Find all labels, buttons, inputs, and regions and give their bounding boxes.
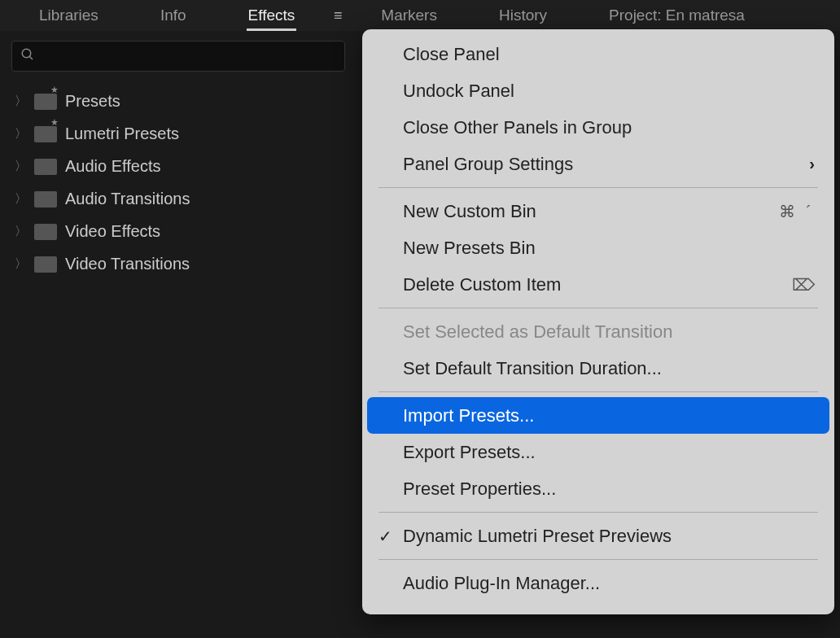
menu-item-label: Dynamic Lumetri Preset Previews (403, 526, 672, 547)
tree-item-label: Audio Effects (65, 157, 160, 176)
menu-item-label: Delete Custom Item (403, 274, 561, 295)
check-icon: ✓ (378, 527, 392, 546)
tree-item-label: Video Transitions (65, 255, 190, 273)
menu-set-default-duration[interactable]: Set Default Transition Duration... (367, 350, 829, 387)
menu-audio-plugin-manager[interactable]: Audio Plug-In Manager... (367, 565, 829, 601)
menu-separator (378, 187, 818, 188)
chevron-right-icon: › (809, 155, 815, 173)
menu-delete-custom-item[interactable]: Delete Custom Item ⌦ (367, 266, 829, 303)
menu-dynamic-lumetri-previews[interactable]: ✓ Dynamic Lumetri Preset Previews (367, 518, 829, 554)
shortcut-label: ⌘ ´ (779, 202, 815, 221)
chevron-right-icon: 〉 (15, 256, 26, 272)
hamburger-icon: ≡ (334, 7, 343, 24)
chevron-right-icon: 〉 (15, 94, 26, 109)
search-field[interactable] (11, 41, 345, 72)
menu-item-label: New Custom Bin (403, 201, 536, 222)
menu-item-label: Panel Group Settings (403, 154, 573, 175)
delete-icon: ⌦ (792, 275, 815, 295)
tab-project[interactable]: Project: En matresa (578, 0, 776, 31)
menu-separator (378, 308, 818, 308)
tab-info[interactable]: Info (129, 0, 217, 31)
menu-undock-panel[interactable]: Undock Panel (367, 72, 829, 109)
menu-separator (378, 559, 818, 560)
menu-panel-group-settings[interactable]: Panel Group Settings › (367, 146, 829, 182)
menu-close-panel[interactable]: Close Panel (367, 36, 829, 72)
panel-context-menu: Close Panel Undock Panel Close Other Pan… (362, 29, 834, 614)
menu-preset-properties[interactable]: Preset Properties... (367, 470, 829, 507)
svg-line-1 (29, 56, 33, 59)
menu-export-presets[interactable]: Export Presets... (367, 434, 829, 470)
folder-icon (34, 94, 57, 110)
folder-icon (34, 191, 57, 208)
chevron-right-icon: 〉 (15, 191, 26, 207)
menu-import-presets[interactable]: Import Presets... (367, 397, 829, 434)
menu-new-custom-bin[interactable]: New Custom Bin ⌘ ´ (367, 193, 829, 229)
panel-menu-button[interactable]: ≡ (326, 0, 350, 31)
tree-item-label: Audio Transitions (65, 190, 190, 208)
menu-new-presets-bin[interactable]: New Presets Bin (367, 229, 829, 266)
menu-close-others[interactable]: Close Other Panels in Group (367, 109, 829, 146)
svg-point-0 (22, 49, 31, 58)
search-input[interactable] (42, 48, 336, 64)
menu-separator (378, 512, 818, 513)
tree-item-label: Lumetri Presets (65, 125, 179, 143)
folder-icon (34, 256, 57, 273)
menu-separator (378, 391, 818, 392)
folder-icon (34, 126, 57, 142)
menu-set-default-transition: Set Selected as Default Transition (367, 313, 829, 350)
search-icon (20, 47, 35, 66)
tree-item-label: Presets (65, 92, 120, 111)
folder-icon (34, 159, 57, 175)
chevron-right-icon: 〉 (15, 224, 26, 239)
chevron-right-icon: 〉 (15, 159, 26, 174)
chevron-right-icon: 〉 (15, 126, 26, 142)
tree-item-label: Video Effects (65, 222, 160, 241)
tab-effects[interactable]: Effects (217, 0, 326, 31)
tab-bar: Libraries Info Effects ≡ Markers History… (0, 0, 840, 31)
tab-markers[interactable]: Markers (350, 0, 468, 31)
tab-libraries[interactable]: Libraries (8, 0, 129, 31)
folder-icon (34, 224, 57, 240)
tab-history[interactable]: History (468, 0, 578, 31)
